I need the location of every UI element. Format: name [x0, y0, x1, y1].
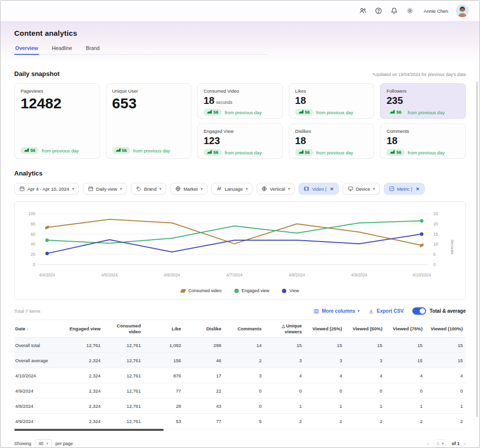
row-label-cell: Overall total: [14, 343, 63, 348]
value-cell: 2: [345, 419, 385, 424]
svg-text:4/9/2024: 4/9/2024: [351, 273, 367, 277]
filter-chip-apr-4-apr-10-2024[interactable]: Apr 4 - Apr 10, 2024▾: [14, 183, 79, 195]
column-header-viewed-75[interactable]: Viewed (75%): [385, 326, 426, 332]
analytics-chart-svg: 0204060801000510152025Seconds4/4/20244/5…: [18, 209, 464, 282]
page-number-select[interactable]: 1 ▾: [433, 440, 448, 448]
page-size-select[interactable]: 40 ▾: [35, 439, 52, 448]
trend-up-icon: [207, 110, 212, 115]
chevron-down-icon: ▾: [159, 187, 161, 191]
svg-text:20: 20: [433, 222, 438, 226]
card-value: 12482: [21, 96, 94, 111]
table-toolbar: Total 7 items More columns ▾ Export CSV …: [14, 307, 466, 315]
column-header-dislike[interactable]: Dislike: [184, 326, 224, 332]
topbar: Annie Chen: [0, 0, 480, 21]
column-header-comments[interactable]: Comments: [224, 326, 264, 332]
value-cell: 2,324: [63, 373, 103, 378]
filter-chip-vertical[interactable]: Vertical▾: [256, 183, 295, 195]
value-cell: 1: [305, 403, 345, 409]
people-icon[interactable]: [359, 7, 367, 15]
export-csv-button[interactable]: Export CSV: [368, 308, 404, 314]
filter-chip-lanuage[interactable]: Lanuage▾: [211, 183, 253, 195]
delta-text: from previous day: [225, 150, 262, 155]
table-row: Overall average2,32412,7611564623331515: [14, 353, 466, 368]
legend-label: View: [289, 288, 299, 293]
chevron-down-icon: ▾: [357, 309, 359, 313]
column-header-viewed-100[interactable]: Viewed (100%): [426, 326, 466, 332]
user-name[interactable]: Annie Chen: [424, 8, 448, 14]
total-average-toggle[interactable]: Total & average: [412, 307, 466, 315]
column-header-unique-viewers[interactable]: △Unique viewers: [264, 323, 304, 335]
value-cell: 4: [264, 373, 304, 378]
value-cell: 2,324: [63, 403, 103, 409]
close-icon[interactable]: ✕: [416, 186, 420, 192]
column-header-consumed-video[interactable]: Consumed video: [103, 323, 144, 335]
tab-overview[interactable]: Overview: [14, 45, 39, 54]
chevron-down-icon: ▾: [373, 187, 375, 191]
filter-chip-market[interactable]: Market▾: [170, 183, 207, 195]
value-cell: 15: [426, 343, 466, 348]
filter-chip-brand[interactable]: Brand▾: [131, 183, 166, 195]
close-icon[interactable]: ✕: [330, 186, 334, 192]
value-cell: 0: [426, 388, 466, 394]
tab-headline[interactable]: Headline: [51, 45, 73, 54]
table-header-row: Date ↓Engaged viewConsumed videoLikeDisl…: [14, 320, 466, 338]
next-page-button[interactable]: ›: [464, 441, 466, 447]
value-cell: 12,761: [103, 388, 144, 394]
row-label-cell: 4/10/2024: [14, 373, 63, 378]
value-cell: 5: [224, 419, 264, 424]
chevron-down-icon: ▾: [72, 187, 74, 191]
value-cell: 15: [264, 343, 304, 348]
card-label: Engaged View: [203, 128, 277, 134]
table-row: 4/8/20242,32412,7612843011111: [14, 398, 466, 414]
prev-page-button[interactable]: ‹: [427, 441, 429, 447]
feedback-icon[interactable]: [375, 7, 382, 15]
filter-chip-metric[interactable]: Metric |✕: [384, 183, 425, 195]
language-icon: [216, 186, 222, 192]
gear-icon[interactable]: [406, 7, 414, 15]
value-cell: 43: [184, 403, 224, 409]
page-title: Content analytics: [14, 29, 466, 37]
filter-chip-video[interactable]: Video |✕: [299, 183, 338, 195]
value-cell: 15: [345, 343, 385, 348]
legend-item-view[interactable]: View: [282, 288, 299, 293]
column-header-date[interactable]: Date ↓: [14, 326, 63, 332]
more-columns-button[interactable]: More columns ▾: [313, 308, 359, 314]
card-value: 18: [295, 136, 368, 146]
per-page-label: per page: [55, 441, 73, 446]
table-row: 4/9/20242,32412,7615377522222: [14, 414, 466, 429]
columns-icon: [313, 308, 319, 314]
value-cell: 0: [385, 388, 426, 394]
video-icon: [303, 186, 309, 192]
tab-brand[interactable]: Brand: [85, 45, 101, 54]
card-label: Unique User: [112, 88, 185, 94]
toggle-switch[interactable]: [412, 307, 426, 315]
value-cell: 1,092: [144, 343, 184, 348]
column-header-viewed-50[interactable]: Viewed (50%): [345, 326, 385, 332]
snapshot-cards: Pageviews1248256from previous dayUnique …: [14, 83, 466, 159]
legend-item-consumed-video[interactable]: Consumed video: [181, 288, 222, 293]
svg-text:5: 5: [433, 252, 436, 257]
value-cell: 4: [385, 373, 426, 378]
value-cell: 4: [305, 373, 345, 378]
value-cell: 156: [144, 358, 184, 363]
column-header-like[interactable]: Like: [144, 326, 184, 332]
filter-bar: Apr 4 - Apr 10, 2024▾Daily view▾Brand▾Ma…: [14, 183, 466, 195]
column-header-viewed-25[interactable]: Viewed (25%): [305, 326, 345, 332]
calendar-icon: [88, 186, 94, 192]
trend-up-icon: [207, 150, 212, 155]
avatar[interactable]: [456, 4, 469, 17]
value-cell: 1: [426, 403, 466, 409]
bell-icon[interactable]: [390, 7, 398, 15]
value-cell: 4: [426, 373, 466, 378]
legend-item-engaged-view[interactable]: Engaged view: [234, 288, 270, 293]
card-value: 18: [386, 136, 459, 146]
hscroll-thumb[interactable]: [14, 429, 164, 431]
delta-text: from previous day: [133, 148, 171, 153]
filter-chip-device[interactable]: Device▾: [343, 183, 380, 195]
filter-label: Video |: [312, 186, 326, 192]
column-header-engaged-view[interactable]: Engaged view: [63, 326, 103, 332]
vertical-scrollbar[interactable]: [476, 81, 478, 417]
delta-text: from previous day: [42, 148, 79, 153]
filter-chip-daily-view[interactable]: Daily view▾: [83, 183, 127, 195]
delta-text: from previous day: [225, 110, 262, 115]
